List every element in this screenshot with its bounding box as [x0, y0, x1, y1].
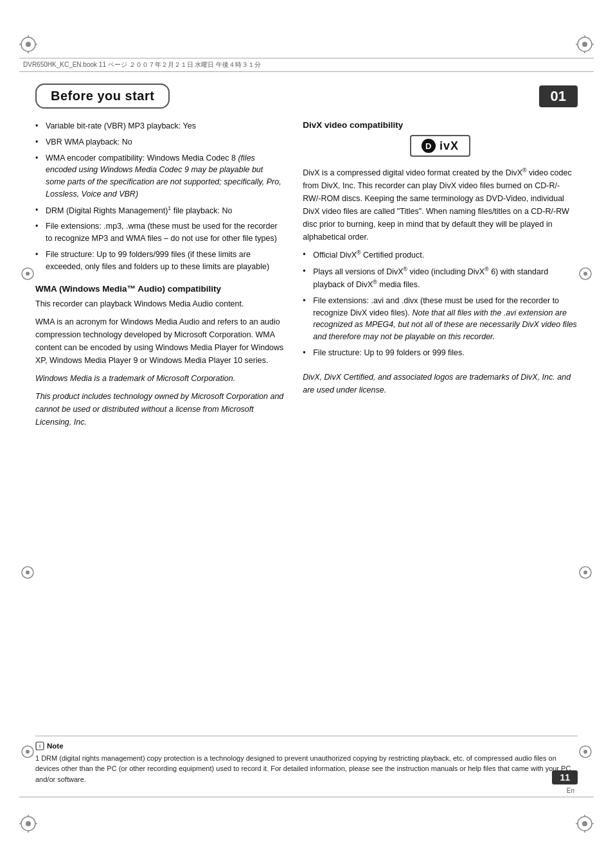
corner-decoration-br	[576, 815, 594, 833]
list-item: Plays all versions of DivX® video (inclu…	[303, 265, 578, 291]
corner-decoration-bl	[19, 815, 37, 833]
list-item: File extensions: .avi and .divx (these m…	[303, 295, 578, 343]
svg-point-13	[26, 821, 31, 826]
wma-section-heading: WMA (Windows Media™ Audio) compatibility	[35, 284, 285, 294]
wma-italic2: This product includes technology owned b…	[35, 390, 285, 429]
wma-para2: WMA is an acronym for Windows Media Audi…	[35, 315, 285, 367]
page: DVR650HK_KC_EN.book 11 ページ ２００７年２月２１日 水曜…	[0, 0, 613, 868]
list-item: File extensions: .mp3, .wma (these must …	[35, 220, 285, 245]
page-title: Before you start	[35, 84, 170, 109]
side-circle-left-bot	[21, 745, 35, 759]
note-icon: !	[35, 741, 44, 750]
feature-list: Variable bit-rate (VBR) MP3 playback: Ye…	[35, 120, 285, 272]
page-lang: En	[567, 787, 574, 794]
svg-point-1	[26, 42, 31, 47]
svg-point-31	[583, 272, 587, 276]
right-column: DivX video compatibility D ivX DivX is a…	[303, 120, 578, 434]
two-column-layout: Variable bit-rate (VBR) MP3 playback: Ye…	[35, 120, 578, 434]
divx-circle-icon: D	[422, 139, 436, 153]
svg-point-29	[26, 750, 30, 754]
corner-decoration-tl	[19, 35, 37, 53]
svg-point-27	[26, 571, 30, 574]
wma-para1: This recorder can playback Windows Media…	[35, 297, 285, 310]
file-info-text: DVR650HK_KC_EN.book 11 ページ ２００７年２月２１日 水曜…	[23, 60, 261, 69]
svg-point-35	[583, 750, 587, 754]
note-body: 1 DRM (digital rights management) copy p…	[35, 753, 578, 785]
list-item: WMA encoder compatibility: Windows Media…	[35, 152, 285, 200]
page-number-badge: 11	[552, 770, 578, 784]
note-label: Note	[47, 742, 64, 750]
divx-para1: DivX is a compressed digital video forma…	[303, 166, 578, 244]
note-title: ! Note	[35, 741, 578, 750]
divx-logo-box: D ivX	[410, 135, 470, 157]
side-circle-right-mid	[578, 565, 592, 580]
title-bar: Before you start 01	[35, 84, 578, 109]
corner-decoration-tr	[576, 35, 594, 53]
file-info-bar: DVR650HK_KC_EN.book 11 ページ ２００７年２月２１日 水曜…	[19, 58, 594, 72]
side-circle-left-top	[21, 267, 35, 281]
divx-logo-text: ivX	[440, 139, 459, 153]
content-area: Before you start 01 Variable bit-rate (V…	[35, 84, 578, 784]
bottom-rule	[19, 797, 594, 797]
list-item: VBR WMA playback: No	[35, 136, 285, 148]
svg-point-25	[26, 272, 30, 276]
list-item: File structure: Up to 99 folders/999 fil…	[35, 249, 285, 273]
chapter-badge: 01	[539, 85, 578, 107]
list-item: File structure: Up to 99 folders or 999 …	[303, 347, 578, 359]
side-circle-right-bot	[578, 745, 592, 759]
svg-point-7	[582, 42, 587, 47]
list-item: Official DivX® Certified product.	[303, 249, 578, 261]
side-circle-right-top	[578, 267, 592, 281]
list-item: Variable bit-rate (VBR) MP3 playback: Ye…	[35, 120, 285, 132]
svg-point-33	[583, 571, 587, 574]
note-section: ! Note 1 DRM (digital rights management)…	[35, 736, 578, 785]
svg-text:!: !	[39, 743, 41, 749]
divx-footer-italic: DivX, DivX Certified, and associated log…	[303, 371, 578, 396]
divx-section-heading: DivX video compatibility	[303, 120, 578, 130]
divx-feature-list: Official DivX® Certified product. Plays …	[303, 249, 578, 359]
wma-italic1: Windows Media is a trademark of Microsof…	[35, 372, 285, 385]
list-item: DRM (Digital Rights Management)1 file pl…	[35, 204, 285, 217]
footnote-text: 1 DRM (digital rights management) copy p…	[35, 754, 571, 783]
divx-logo: D ivX	[303, 135, 578, 157]
svg-point-19	[582, 821, 587, 826]
side-circle-left-mid	[21, 565, 35, 580]
left-column: Variable bit-rate (VBR) MP3 playback: Ye…	[35, 120, 285, 434]
